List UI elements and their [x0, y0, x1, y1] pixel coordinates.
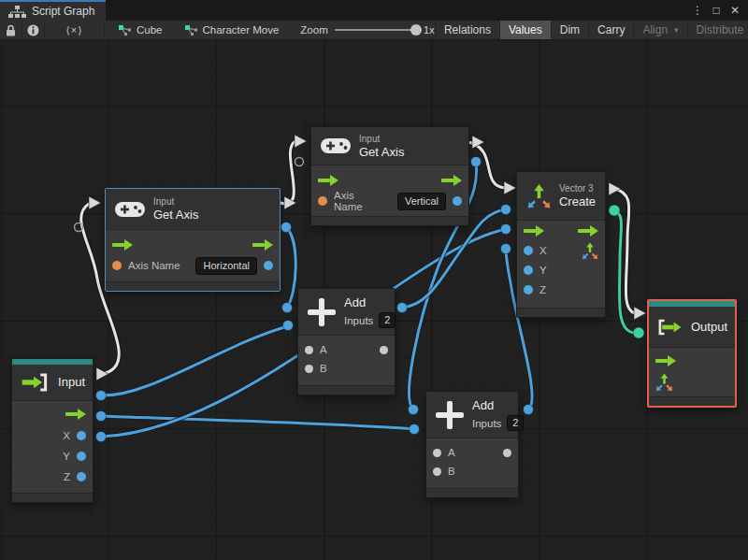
result-port[interactable] [264, 261, 273, 270]
axis-name-field[interactable]: Horizontal [195, 257, 257, 275]
zoom-slider[interactable] [335, 29, 417, 31]
value-connector-add-1-b-in[interactable] [283, 321, 294, 331]
inputs-count-field[interactable]: 2 [507, 415, 524, 431]
wire-get-axis-horizontal.result-to-add-1.a[interactable] [286, 227, 295, 308]
inputs-label: Inputs [344, 315, 373, 326]
wire-input.x-to-add-1.b[interactable] [101, 326, 288, 395]
flow-out-port[interactable] [65, 409, 86, 420]
port-a[interactable] [305, 346, 313, 354]
node-add-2[interactable]: Add Inputs2 A B [425, 391, 519, 498]
port-b[interactable] [433, 467, 441, 476]
vector3-out-port[interactable] [582, 242, 598, 259]
value-connector-input-x-out[interactable] [96, 391, 107, 401]
port-x[interactable] [524, 246, 533, 255]
flow-in-port[interactable] [655, 355, 676, 366]
sum-port[interactable] [503, 449, 511, 457]
flow-in-port[interactable] [318, 175, 338, 186]
port-z[interactable] [524, 285, 533, 294]
axis-name-port[interactable] [112, 261, 122, 270]
maximize-icon[interactable]: □ [709, 4, 724, 17]
gamepad-icon [321, 136, 351, 155]
value-connector-add-1-a-in[interactable] [282, 303, 293, 313]
wire-get-axis-vertical.flow-out-to-vector3-create.flow-in[interactable] [468, 142, 505, 188]
flow-connector-get-axis-vertical-flow-out[interactable] [472, 136, 484, 149]
graph-ref-cube[interactable]: Cube [110, 21, 171, 39]
port-x[interactable] [77, 431, 86, 440]
inputs-count-field[interactable]: 2 [379, 312, 396, 328]
node-output[interactable]: Output [647, 299, 737, 408]
node-get-axis-vertical[interactable]: Input Get Axis Axis NameVertical [310, 126, 469, 226]
wire-vector3-create.flow-out-to-output.flow-in[interactable] [614, 189, 635, 313]
value-connector-create-x-in[interactable] [501, 205, 511, 215]
value-connector-get-axis-horizontal-result[interactable] [281, 223, 292, 233]
axis-name-port[interactable] [318, 196, 327, 206]
flow-out-port[interactable] [441, 175, 462, 186]
tab-script-graph[interactable]: Script Graph [0, 0, 106, 21]
result-port[interactable] [453, 196, 462, 206]
value-connector-create-vector-out[interactable] [609, 205, 620, 216]
value-connector-input-z-out[interactable] [96, 432, 107, 442]
value-connector-create-z-in[interactable] [501, 244, 511, 254]
node-input[interactable]: Input X Y Z [11, 358, 94, 503]
vector3-in-port[interactable] [655, 373, 673, 391]
code-view-button[interactable]: ⟨×⟩ [45, 21, 105, 39]
port-a[interactable] [433, 449, 441, 457]
add-icon [308, 298, 336, 326]
tab-label: Script Graph [32, 5, 94, 18]
zoom-slider-handle[interactable] [410, 24, 422, 36]
graph-canvas[interactable]: Input X Y Z Input [0, 40, 748, 560]
unconnected-port-get-axis-vertical-axis-unconnected[interactable] [295, 158, 304, 166]
value-connector-input-y-out[interactable] [96, 411, 107, 422]
port-y[interactable] [77, 452, 86, 461]
relations-toggle[interactable]: Relations [435, 21, 499, 39]
flow-connector-get-axis-vertical-flow-in[interactable] [295, 135, 307, 148]
more-menu-icon[interactable]: ⋮ [690, 4, 705, 17]
value-connector-add-2-b-in[interactable] [410, 424, 420, 435]
flow-out-port[interactable] [252, 239, 273, 251]
close-icon[interactable]: ✕ [727, 4, 742, 17]
distribute-dropdown[interactable]: Distribute▾ [687, 21, 748, 39]
node-vector3-create[interactable]: Vector 3 Create X Y Z [516, 171, 606, 318]
value-connector-add-1-sum-out[interactable] [397, 303, 408, 313]
port-b[interactable] [305, 365, 313, 373]
flow-connector-output-flow-in[interactable] [634, 307, 646, 320]
graph-ref-character-move[interactable]: Character Move [177, 21, 288, 39]
dim-toggle[interactable]: Dim [551, 21, 588, 39]
node-get-axis-horizontal[interactable]: Input Get Axis Axis NameHorizontal [105, 188, 280, 292]
port-z[interactable] [77, 472, 86, 481]
node-footer [106, 281, 280, 291]
flow-out-port[interactable] [578, 225, 598, 237]
value-connector-add-2-sum-out[interactable] [524, 405, 534, 415]
node-title: Get Axis [359, 145, 404, 160]
wire-input.y-to-add-2.b[interactable] [101, 416, 414, 429]
carry-toggle[interactable]: Carry [588, 21, 633, 39]
value-connector-output-value-in[interactable] [633, 327, 644, 338]
flow-in-port[interactable] [112, 239, 133, 251]
flow-connector-vector3-create-flow-in[interactable] [504, 181, 516, 194]
flow-connector-get-axis-horizontal-flow-out[interactable] [284, 196, 296, 209]
vector3-icon [526, 179, 552, 214]
flow-connector-input-flow-out[interactable] [96, 367, 108, 381]
sum-port[interactable] [380, 346, 388, 354]
axis-name-field[interactable]: Vertical [397, 193, 446, 210]
port-y[interactable] [524, 266, 533, 275]
value-connector-add-2-a-in[interactable] [409, 405, 419, 415]
values-toggle[interactable]: Values [499, 21, 551, 39]
value-connector-get-axis-vertical-result[interactable] [471, 157, 482, 167]
wire-shadow [614, 189, 635, 313]
subgraph-icon [119, 25, 132, 36]
lock-button[interactable] [0, 21, 22, 39]
value-connector-create-y-in[interactable] [501, 224, 511, 235]
wire-shadow [614, 210, 634, 333]
flow-in-port[interactable] [524, 225, 544, 237]
info-button[interactable] [22, 21, 45, 39]
wire-get-axis-horizontal.flow-out-to-get-axis-vertical.flow-in[interactable] [280, 141, 295, 204]
node-footer [426, 488, 518, 497]
wire-vector3-create.vector-out-to-output.value-in[interactable] [614, 210, 634, 333]
flow-connector-get-axis-horizontal-flow-in[interactable] [89, 196, 101, 209]
node-add-1[interactable]: Add Inputs2 A B [297, 288, 396, 395]
unconnected-port-get-axis-horizontal-axis-unconnected[interactable] [75, 223, 83, 232]
align-dropdown[interactable]: Align▾ [633, 21, 686, 39]
flow-connector-vector3-create-flow-out[interactable] [609, 182, 621, 195]
node-subtitle: Vector 3 [559, 182, 596, 194]
